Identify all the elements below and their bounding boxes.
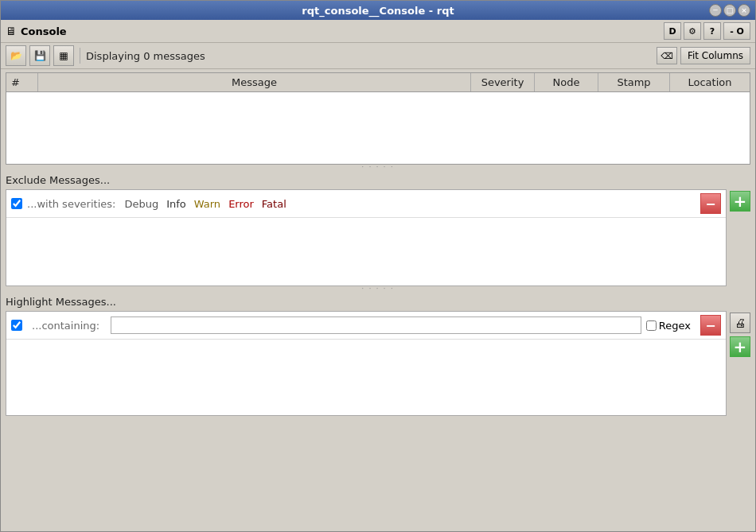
col-header-message: Message xyxy=(38,73,471,91)
highlight-filter-wrapper: ...containing: Regex − 🖨 + xyxy=(6,311,750,416)
regex-text: Regex xyxy=(659,320,691,332)
toolbar: 📂 💾 ▦ Displaying 0 messages ⌫ Fit Column… xyxy=(1,43,755,69)
window-title: rqt_console__Console - rqt xyxy=(302,5,454,17)
settings-button[interactable]: ⚙ xyxy=(684,22,701,40)
highlight-add-button[interactable]: + xyxy=(730,336,750,357)
fit-columns-button[interactable]: Fit Columns xyxy=(680,47,750,64)
highlight-side-buttons: 🖨 + xyxy=(727,311,750,357)
highlight-section-label: Highlight Messages... xyxy=(1,291,755,311)
severity-fatal: Fatal xyxy=(259,198,289,210)
exclude-section: Exclude Messages... ...with severities: … xyxy=(1,169,755,286)
highlight-label: ...containing: xyxy=(32,320,99,332)
highlight-checkbox[interactable] xyxy=(11,320,22,331)
top-area: 🖥 Console D ⚙ ? - O xyxy=(1,20,755,43)
highlight-printer-button[interactable]: 🖨 xyxy=(730,313,750,333)
regex-label: Regex xyxy=(646,320,691,332)
save-button[interactable]: 💾 xyxy=(29,45,50,66)
console-icon: 🖥 xyxy=(6,25,17,37)
highlight-text-input[interactable] xyxy=(111,316,641,334)
severity-warn: Warn xyxy=(192,198,223,210)
regex-checkbox[interactable] xyxy=(646,320,657,331)
help-button[interactable]: ? xyxy=(703,22,721,40)
window-controls: ─ □ × xyxy=(709,4,750,17)
open-button[interactable]: 📂 xyxy=(6,45,26,66)
highlight-remove-button[interactable]: − xyxy=(700,315,721,336)
col-header-node: Node xyxy=(535,73,598,91)
col-header-location: Location xyxy=(670,73,750,91)
exclude-side-buttons: + xyxy=(727,189,750,212)
table-body xyxy=(6,92,750,164)
exclude-filter-body xyxy=(6,218,726,285)
main-content: # Message Severity Node Stamp Location ·… xyxy=(1,69,755,531)
col-header-severity: Severity xyxy=(471,73,535,91)
severity-error: Error xyxy=(226,198,256,210)
displaying-text: Displaying 0 messages xyxy=(86,50,653,62)
exclude-remove-button[interactable]: − xyxy=(700,193,721,214)
severity-debug: Debug xyxy=(122,198,161,210)
exclude-filter-wrapper: ...with severities: Debug Info Warn Erro… xyxy=(6,189,750,286)
exclude-section-label: Exclude Messages... xyxy=(1,169,755,189)
col-header-stamp: Stamp xyxy=(598,73,670,91)
severity-tags: Debug Info Warn Error Fatal xyxy=(122,198,288,210)
exclude-checkbox[interactable] xyxy=(11,198,22,209)
highlight-filter-row: ...containing: Regex − xyxy=(6,312,726,340)
clear-button[interactable]: ⌫ xyxy=(657,47,677,64)
exclude-add-button[interactable]: + xyxy=(730,191,750,212)
exclude-filter-container: ...with severities: Debug Info Warn Erro… xyxy=(6,189,727,286)
highlight-section: Highlight Messages... ...containing: Reg… xyxy=(1,291,755,419)
col-header-num: # xyxy=(6,73,38,91)
grid-button[interactable]: ▦ xyxy=(53,45,74,66)
table-header: # Message Severity Node Stamp Location xyxy=(6,73,750,92)
messages-table-container: # Message Severity Node Stamp Location xyxy=(6,72,750,165)
minimize-button[interactable]: ─ xyxy=(709,4,722,17)
title-bar: rqt_console__Console - rqt ─ □ × xyxy=(1,1,755,20)
close-button[interactable]: × xyxy=(738,4,750,17)
maximize-button[interactable]: □ xyxy=(723,4,736,17)
highlight-filter-container: ...containing: Regex − xyxy=(6,311,727,416)
minus-o-button[interactable]: - O xyxy=(723,22,750,40)
severity-info: Info xyxy=(164,198,189,210)
exclude-label: ...with severities: xyxy=(27,198,115,210)
exclude-filter-row: ...with severities: Debug Info Warn Erro… xyxy=(6,190,726,218)
toolbar-separator xyxy=(80,48,80,64)
d-button[interactable]: D xyxy=(664,22,681,40)
console-label: Console xyxy=(21,25,67,37)
highlight-filter-body xyxy=(6,340,726,415)
